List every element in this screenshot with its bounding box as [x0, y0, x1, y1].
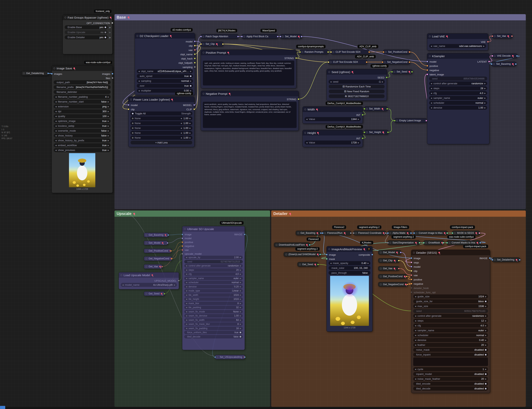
output-port[interactable]: [411, 71, 413, 73]
widget-optimize_image[interactable]: ◀optimize_imagetrue▶: [54, 119, 111, 123]
node-title-bar[interactable]: DownloadAndLoadFlore: [274, 243, 310, 247]
collapse-toggle-icon[interactable]: [415, 232, 417, 234]
collapse-toggle-icon[interactable]: [203, 93, 204, 95]
output-port[interactable]: [400, 251, 402, 253]
input-port[interactable]: [328, 61, 329, 63]
output-port[interactable]: [385, 232, 387, 234]
node-title-bar[interactable]: Load VAE: [427, 34, 488, 39]
node-get-negativecond-us[interactable]: Get_NegativeCond: [144, 256, 172, 261]
decrement-arrow-icon[interactable]: ◀: [415, 325, 416, 327]
decrement-arrow-icon[interactable]: ◀: [186, 290, 187, 292]
node-convert-image-to-mask[interactable]: Convert Image to Mas: [414, 231, 448, 235]
decrement-arrow-icon[interactable]: ◀: [186, 311, 187, 313]
node-title-bar[interactable]: Negative Prompt: [201, 91, 298, 96]
widget-control after generate[interactable]: ◀control after generaterandomize▶: [184, 264, 243, 268]
widget-seam_fix_width[interactable]: ◀seam_fix_width64▶: [184, 318, 243, 322]
collapse-toggle-icon[interactable]: [298, 232, 299, 234]
node-apply-first-block-cache[interactable]: Apply First Block Ca: [242, 34, 278, 39]
decrement-arrow-icon[interactable]: ◀: [138, 70, 140, 72]
increment-arrow-icon[interactable]: ▶: [108, 125, 109, 127]
node-set-height[interactable]: Set_Height: [364, 130, 388, 135]
collapse-toggle-icon[interactable]: [243, 36, 245, 37]
input-port[interactable]: [280, 36, 281, 37]
output-port[interactable]: [222, 43, 224, 45]
output-port[interactable]: [515, 63, 517, 65]
decrement-arrow-icon[interactable]: ◀: [415, 368, 416, 370]
input-port-image[interactable]: [411, 257, 412, 259]
decrement-arrow-icon[interactable]: ◀: [415, 315, 416, 317]
increment-arrow-icon[interactable]: ▶: [485, 315, 487, 317]
increment-arrow-icon[interactable]: ▶: [108, 130, 109, 132]
output-port[interactable]: [161, 266, 163, 268]
decrement-arrow-icon[interactable]: ◀: [186, 294, 187, 296]
node-title-bar[interactable]: Set_PositiveCond: [383, 50, 410, 54]
increment-arrow-icon[interactable]: ▶: [485, 305, 487, 307]
node-alpha-matte[interactable]: Alpha Matte: [388, 231, 411, 235]
decrement-arrow-icon[interactable]: ◀: [55, 111, 57, 112]
input-port-image[interactable]: [181, 233, 183, 235]
increment-arrow-icon[interactable]: ▶: [358, 142, 359, 144]
node-title-bar[interactable]: Image Save: [52, 65, 113, 71]
decrement-arrow-icon[interactable]: ◀: [186, 277, 187, 279]
input-port-positive[interactable]: [411, 279, 412, 280]
input-port-scheduler_func_opt[interactable]: [411, 291, 412, 293]
collapse-toggle-icon[interactable]: [54, 67, 55, 69]
node-title-bar[interactable]: Detailer (SEGS): [411, 250, 490, 255]
node-set-vae[interactable]: Set_Vae: [492, 34, 512, 38]
node-title-bar[interactable]: Patch Sage Attention: [201, 34, 238, 38]
increment-arrow-icon[interactable]: ▶: [485, 378, 487, 380]
input-port[interactable]: [200, 36, 202, 37]
decrement-arrow-icon[interactable]: ◀: [186, 319, 187, 321]
output-port-images[interactable]: [112, 73, 113, 75]
widget-tile_height[interactable]: ◀tile_height1024▶: [184, 297, 243, 301]
collapse-toggle-icon[interactable]: [301, 51, 303, 53]
jump-to-group-icon[interactable]: »: [109, 31, 110, 34]
jump-to-group-icon[interactable]: »: [109, 36, 110, 39]
input-port[interactable]: [391, 71, 393, 73]
decrement-arrow-icon[interactable]: ◀: [415, 330, 416, 332]
node-florence2run[interactable]: Florence2Run: [322, 231, 351, 235]
collapse-toggle-icon[interactable]: [384, 61, 386, 63]
increment-arrow-icon[interactable]: ▶: [484, 83, 486, 84]
widget-Enable Upscale[interactable]: Enable Upscaleno: [65, 30, 108, 34]
decrement-arrow-icon[interactable]: ◀: [180, 122, 182, 124]
input-port[interactable]: [364, 131, 365, 133]
widget-dpi[interactable]: ◀dpi300▶: [54, 109, 111, 113]
decrement-arrow-icon[interactable]: ◀: [415, 296, 416, 297]
output-port-ckpt_hash[interactable]: [194, 57, 196, 59]
increment-arrow-icon[interactable]: ▶: [108, 120, 109, 122]
action-button[interactable]: + Add Lora: [130, 140, 192, 145]
node-clip-text-encode-pos[interactable]: CLIP Text Encode SDX: [331, 50, 370, 54]
widget-ckpt_name[interactable]: ◀ckpt_namexl日rfl\SolventEclipse_vPr…▶: [137, 69, 193, 73]
increment-arrow-icon[interactable]: ▶: [240, 277, 241, 279]
widget-mask_blur[interactable]: ◀mask_blur8▶: [184, 302, 243, 305]
node-get-vae-us[interactable]: Get_Vae: [144, 264, 162, 269]
node-title-bar[interactable]: Get_Vae: [378, 266, 399, 271]
increment-arrow-icon[interactable]: ▶: [240, 302, 241, 304]
widget-steps[interactable]: ◀steps12▶: [413, 319, 488, 323]
collapse-toggle-icon[interactable]: [145, 234, 147, 236]
node-load-sam2model[interactable]: (Down)Load SAM2Model: [284, 252, 320, 257]
node-title-bar[interactable]: Width: [303, 107, 363, 112]
collapse-toggle-icon[interactable]: [425, 242, 427, 244]
node-title-bar[interactable]: Get_Seed: [298, 262, 318, 267]
widget-sampler_name[interactable]: ◀sampler_nameeuler▶: [429, 96, 487, 100]
collapse-toggle-icon[interactable]: [145, 258, 147, 260]
collapse-toggle-icon[interactable]: [282, 36, 284, 37]
output-port-VAE[interactable]: [487, 41, 489, 43]
group-header[interactable]: Detailer: [271, 211, 526, 217]
node-title-bar[interactable]: Get_PositiveCond: [378, 274, 407, 279]
node-detailer-segs[interactable]: Detailer (SEGS)imageIMAGEsegsmodelclipva…: [411, 250, 490, 393]
horizontal-scrollbar[interactable]: [0, 407, 532, 409]
node-ksampler[interactable]: KSamplermodelLATENTpositivenegativelaten…: [427, 53, 489, 144]
node-get-positivecond-dt[interactable]: Get_PositiveCond: [378, 274, 407, 279]
node-title-bar[interactable]: Random Prompts: [300, 50, 328, 54]
node-set-baseimg[interactable]: Set_BaseImg: [491, 62, 516, 66]
node-title-bar[interactable]: GrowMask: [424, 241, 443, 245]
collapse-toggle-icon[interactable]: [324, 232, 326, 234]
input-port-detailer_hook[interactable]: [411, 287, 412, 289]
collapse-toggle-icon[interactable]: [494, 259, 496, 261]
widget-scheduler[interactable]: ◀schedulernormal▶: [429, 101, 487, 105]
group-header[interactable]: Base: [115, 14, 526, 20]
decrement-arrow-icon[interactable]: ◀: [431, 92, 432, 94]
